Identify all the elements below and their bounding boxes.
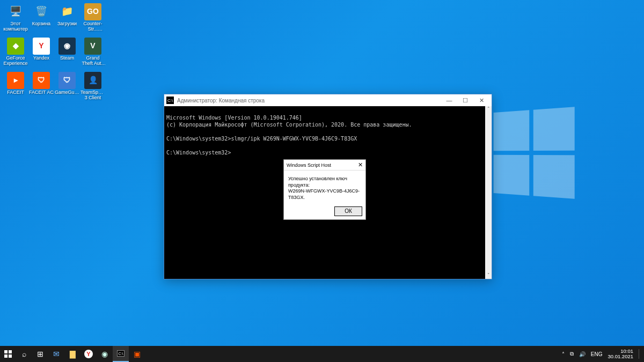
tray-volume-icon[interactable]: 🔊 [579,351,586,357]
yandex-icon: Y [33,38,50,55]
minimize-button[interactable]: — [441,95,457,106]
taskbar-app-yandex[interactable]: Y [80,346,97,362]
desktop-icons-area: 🖥️Этот компьютер🗑️Корзина📁ЗагрузкиGOCoun… [3,3,105,103]
taskbar-clock[interactable]: 10:01 30.01.2021 [608,349,633,360]
faceit-ac-icon: 🛡 [33,72,50,89]
wsh-msg-line2: W269N-WFGWX-YVC9B-4J6C9-T83GX. [288,188,361,201]
desktop-icon-steam[interactable]: ◉Steam [55,38,79,69]
task-view-icon: ⊞ [37,350,43,358]
game-icon: ▣ [134,350,141,358]
svg-rect-1 [9,350,12,353]
wsh-close-icon[interactable]: ✕ [358,161,363,168]
wallpaper-windows-logo [494,107,575,199]
taskbar-app-cmd[interactable]: C:\ [113,346,129,362]
desktop-icon-label: FACEIT AC [29,90,54,95]
taskbar-app-steam[interactable]: ◉ [97,346,113,362]
desktop-icon-geforce[interactable]: ◆GeForce Experience [3,38,28,69]
wsh-ok-button[interactable]: ОК [334,206,362,216]
scroll-down-icon[interactable]: ˅ [487,272,490,279]
desktop-icon-label: FACEIT [7,90,24,95]
desktop-icon-faceit[interactable]: ▸FACEIT [3,72,28,103]
this-pc-icon: 🖥️ [7,3,24,20]
desktop-icon-yandex[interactable]: YYandex [29,38,54,69]
steam-icon: ◉ [101,350,108,358]
yandex-icon: Y [84,350,93,358]
maximize-button[interactable]: ☐ [457,95,473,106]
clock-date: 30.01.2021 [608,354,633,359]
cmd-taskbar-icon: C:\ [117,350,125,357]
desktop-icon-label: Корзина [32,21,50,27]
desktop-icon-gameguard[interactable]: 🛡GameGuard [55,72,79,103]
desktop-icon-faceit-ac[interactable]: 🛡FACEIT AC [29,72,54,103]
gameguard-icon: 🛡 [58,72,76,89]
cmd-titlebar[interactable]: C:\ Администратор: Командная строка — ☐ … [164,94,492,106]
desktop-icon-label: GeForce Experience [3,56,28,67]
wsh-dialog: Windows Script Host ✕ Успешно установлен… [283,159,366,220]
desktop-icon-teamspeak[interactable]: 👤TeamSpeak 3 Client [80,72,105,103]
start-button[interactable] [0,346,16,362]
desktop-icon-recycle-bin[interactable]: 🗑️Корзина [29,3,54,34]
tray-notifications-icon[interactable] [639,349,641,359]
tray-network-icon[interactable]: ⧉ [570,351,574,357]
svg-rect-0 [4,350,8,353]
desktop-icon-label: Загрузки [57,21,77,27]
search-button[interactable]: ⌕ [16,346,32,362]
csgo-icon: GO [84,3,101,20]
gtav-icon: V [84,38,101,55]
desktop-icon-this-pc[interactable]: 🖥️Этот компьютер [3,3,28,34]
geforce-icon: ◆ [7,38,24,55]
wsh-titlebar[interactable]: Windows Script Host ✕ [284,160,365,171]
search-icon: ⌕ [22,350,26,358]
wsh-message: Успешно установлен ключ продукта: W269N-… [284,171,365,203]
task-view-button[interactable]: ⊞ [32,346,48,362]
desktop-icon-gtav[interactable]: VGrand Theft Auto V [80,38,105,69]
svg-rect-3 [9,354,12,358]
taskbar-app-game[interactable]: ▣ [129,346,145,362]
desktop-icon-downloads[interactable]: 📁Загрузки [55,3,79,34]
teamspeak-icon: 👤 [84,72,101,89]
recycle-bin-icon: 🗑️ [33,3,50,20]
cmd-scrollbar[interactable]: ˄ ˅ [485,106,492,279]
taskbar-app-explorer[interactable]: ▇ [64,346,80,362]
taskbar-app-mail[interactable]: ✉ [48,346,64,362]
desktop-icon-label: Yandex [33,56,49,61]
windows-start-icon [4,350,12,358]
desktop-icon-label: GameGuard [55,90,79,95]
tray-language[interactable]: ENG [591,351,603,357]
desktop-icon-label: Steam [60,56,74,61]
cmd-icon: C:\ [166,97,174,104]
faceit-icon: ▸ [7,72,24,89]
desktop-icon-csgo[interactable]: GOCounter-Str... Global Offe... [80,3,105,34]
close-button[interactable]: ✕ [473,95,489,106]
wsh-msg-line1: Успешно установлен ключ продукта: [288,176,361,188]
downloads-icon: 📁 [58,3,76,20]
wsh-title-text: Windows Script Host [287,162,331,168]
taskbar: ⌕ ⊞ ✉ ▇ Y ◉ C:\ ▣ ˄ ⧉ 🔊 ENG 10:01 30.01.… [0,346,644,362]
desktop-icon-label: Grand Theft Auto V [80,56,105,67]
tray-chevron-icon[interactable]: ˄ [562,351,565,357]
mail-icon: ✉ [53,350,60,358]
desktop-icon-label: Counter-Str... Global Offe... [80,21,105,32]
folder-icon: ▇ [70,350,76,358]
cmd-title-text: Администратор: Командная строка [177,98,265,104]
desktop-icon-label: TeamSpeak 3 Client [80,90,105,101]
desktop-icon-label: Этот компьютер [3,21,28,32]
svg-rect-2 [4,354,8,358]
steam-icon: ◉ [58,38,76,55]
scroll-up-icon[interactable]: ˄ [487,106,490,113]
